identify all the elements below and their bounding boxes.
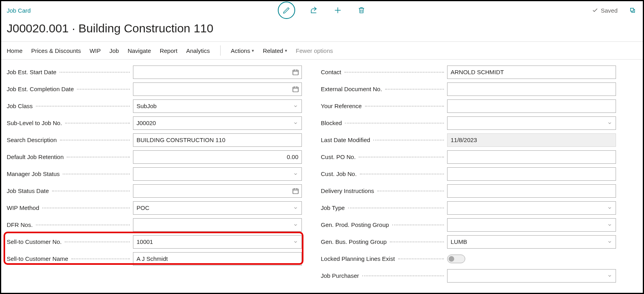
ext-doc-no-input[interactable]	[447, 82, 616, 96]
edit-button[interactable]	[278, 2, 295, 19]
top-bar: Job Card Saved	[1, 1, 643, 19]
saved-label: Saved	[601, 7, 618, 14]
chevron-down-icon[interactable]	[292, 119, 300, 127]
label-job-est-start-date: Job Est. Start Date	[7, 69, 56, 75]
row-sell-to-customer-no: Sell-to Customer No.	[7, 233, 302, 250]
popout-button[interactable]	[628, 6, 637, 15]
chevron-down-icon[interactable]	[292, 170, 300, 178]
label-status-date: Job Status Date	[7, 187, 49, 194]
contact-input[interactable]	[447, 66, 616, 79]
your-ref-input[interactable]	[447, 99, 616, 113]
chevron-down-icon[interactable]	[606, 204, 614, 212]
menu-analytics[interactable]: Analytics	[186, 47, 210, 54]
chevron-down-icon: ▾	[285, 48, 287, 53]
job-type-select[interactable]	[447, 201, 616, 215]
status-date-input[interactable]	[133, 184, 302, 198]
last-modified-display: 11/8/2023	[447, 133, 616, 147]
label-ext-doc-no: External Document No.	[321, 86, 382, 92]
menu-prices[interactable]: Prices & Discounts	[31, 47, 81, 54]
wip-method-select[interactable]	[133, 201, 302, 215]
chevron-down-icon[interactable]	[606, 119, 614, 127]
calendar-icon[interactable]	[292, 85, 300, 93]
chevron-down-icon[interactable]	[606, 221, 614, 229]
cust-po-input[interactable]	[447, 150, 616, 164]
row-job-est-start-date: Job Est. Start Date	[7, 64, 302, 81]
sell-to-customer-name-input[interactable]	[133, 252, 302, 266]
svg-rect-2	[293, 189, 298, 193]
row-contact: Contact	[321, 64, 616, 81]
job-purchaser-select[interactable]	[447, 269, 616, 283]
menu-related[interactable]: Related▾	[263, 47, 287, 54]
new-button[interactable]	[333, 6, 343, 15]
row-status-date: Job Status Date	[7, 182, 302, 199]
row-job-type: Job Type	[321, 199, 616, 216]
row-default-retention: Default Job Retention	[7, 148, 302, 165]
menu-home[interactable]: Home	[7, 47, 22, 54]
label-cust-po: Cust. PO No.	[321, 154, 356, 160]
manager-status-select[interactable]	[133, 167, 302, 181]
row-cust-po: Cust. PO No.	[321, 148, 616, 165]
locked-toggle[interactable]	[447, 255, 465, 263]
share-button[interactable]	[309, 6, 319, 15]
toggle-knob	[449, 256, 454, 262]
row-job-purchaser: Job Purchaser	[321, 267, 616, 284]
menu-report[interactable]: Report	[160, 47, 178, 54]
row-locked: Locked Planning Lines Exist	[321, 250, 616, 267]
label-your-ref: Your Reference	[321, 103, 362, 109]
chevron-down-icon: ▾	[252, 48, 254, 53]
gen-bus-select[interactable]	[447, 235, 616, 249]
chevron-down-icon[interactable]	[292, 221, 300, 229]
pencil-icon	[283, 6, 290, 14]
plus-icon	[333, 6, 342, 15]
label-locked: Locked Planning Lines Exist	[321, 255, 395, 262]
job-est-start-date-input[interactable]	[133, 66, 302, 79]
job-class-select[interactable]	[133, 99, 302, 113]
label-dfr-nos: DFR Nos.	[7, 221, 33, 228]
chevron-down-icon[interactable]	[606, 272, 614, 280]
row-cust-job: Cust. Job No.	[321, 165, 616, 182]
row-sell-to-customer-name: Sell-to Customer Name	[7, 250, 302, 267]
menu-bar: Home Prices & Discounts WIP Job Navigate…	[1, 41, 643, 60]
label-job-est-completion-date: Job Est. Completion Date	[7, 86, 74, 92]
label-sub-level: Sub-Level to Job No.	[7, 120, 62, 126]
label-sell-to-customer-no: Sell-to Customer No.	[7, 238, 62, 245]
label-job-type: Job Type	[321, 204, 345, 211]
breadcrumb[interactable]: Job Card	[7, 7, 31, 14]
default-retention-input[interactable]	[133, 150, 302, 164]
row-your-ref: Your Reference	[321, 97, 616, 114]
saved-status: Saved	[592, 7, 618, 14]
right-column: Contact External Document No. Your Refer…	[321, 64, 616, 284]
menu-navigate[interactable]: Navigate	[127, 47, 151, 54]
chevron-down-icon[interactable]	[606, 238, 614, 246]
share-icon	[310, 6, 318, 15]
row-manager-status: Manager Job Status	[7, 165, 302, 182]
search-description-input[interactable]	[133, 133, 302, 147]
label-default-retention: Default Job Retention	[7, 154, 64, 160]
label-manager-status: Manager Job Status	[7, 170, 60, 177]
label-wip-method: WIP Method	[7, 204, 39, 211]
delivery-input[interactable]	[447, 184, 616, 198]
menu-actions[interactable]: Actions▾	[231, 47, 254, 54]
dfr-nos-select[interactable]	[133, 218, 302, 232]
blocked-select[interactable]	[447, 116, 616, 130]
job-est-completion-date-input[interactable]	[133, 82, 302, 96]
label-search-description: Search Description	[7, 137, 57, 143]
menu-fewer-options[interactable]: Fewer options	[296, 47, 333, 54]
row-delivery: Delivery Instructions	[321, 182, 616, 199]
calendar-icon[interactable]	[292, 68, 300, 76]
row-gen-bus: Gen. Bus. Posting Group	[321, 233, 616, 250]
calendar-icon[interactable]	[292, 187, 300, 195]
label-blocked: Blocked	[321, 120, 342, 126]
popout-icon	[629, 7, 636, 14]
gen-prod-select[interactable]	[447, 218, 616, 232]
chevron-down-icon[interactable]	[292, 204, 300, 212]
chevron-down-icon[interactable]	[292, 102, 300, 110]
menu-job[interactable]: Job	[109, 47, 119, 54]
row-sub-level: Sub-Level to Job No.	[7, 114, 302, 131]
sub-level-select[interactable]	[133, 116, 302, 130]
chevron-down-icon[interactable]	[292, 238, 300, 246]
sell-to-customer-no-select[interactable]	[133, 235, 302, 249]
menu-wip[interactable]: WIP	[90, 47, 101, 54]
cust-job-input[interactable]	[447, 167, 616, 181]
delete-button[interactable]	[357, 6, 366, 15]
